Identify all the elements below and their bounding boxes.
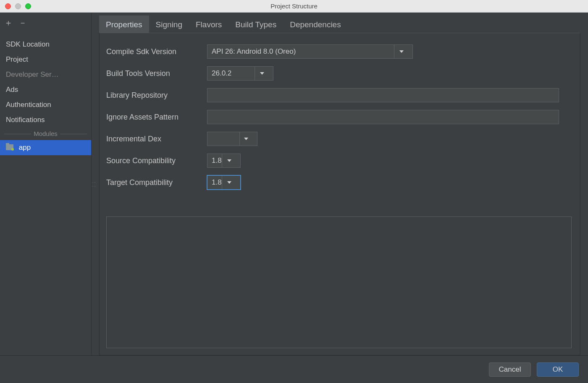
- label-incremental-dex: Incremental Dex: [106, 135, 207, 143]
- combo-target-compat[interactable]: 1.8: [207, 175, 241, 190]
- titlebar: Project Structure: [0, 0, 588, 13]
- row-target-compat: Target Compatibility 1.8: [106, 172, 572, 193]
- add-icon[interactable]: ＋: [4, 18, 13, 27]
- combo-value: 1.8: [212, 156, 222, 165]
- sidebar-section-modules: Modules: [0, 128, 91, 140]
- close-window-button[interactable]: [5, 3, 11, 9]
- cancel-button[interactable]: Cancel: [489, 362, 531, 377]
- remove-icon[interactable]: －: [18, 18, 27, 27]
- sidebar-item-notifications[interactable]: Notifications: [0, 112, 91, 128]
- sidebar-toolbar: ＋ －: [0, 17, 91, 33]
- tab-content: Compile Sdk Version API 26: Android 8.0 …: [99, 33, 580, 355]
- row-incremental-dex: Incremental Dex: [106, 128, 572, 150]
- sidebar-section-developer-services: Developer Ser…: [0, 67, 91, 82]
- tab-row: Properties Signing Flavors Build Types D…: [99, 13, 580, 33]
- traffic-lights: [5, 3, 31, 9]
- chevron-down-icon: [239, 132, 253, 146]
- zoom-window-button[interactable]: [25, 3, 31, 9]
- sidebar-list: SDK Location Project Developer Ser… Ads …: [0, 37, 91, 355]
- combo-value: API 26: Android 8.0 (Oreo): [212, 47, 394, 56]
- label-source-compat: Source Compatibility: [106, 156, 207, 165]
- sidebar-item-authentication[interactable]: Authentication: [0, 97, 91, 112]
- label-library-repo: Library Repository: [106, 91, 207, 100]
- main-area: ＋ － SDK Location Project Developer Ser… …: [0, 13, 588, 355]
- combo-value: 26.0.2: [212, 69, 255, 78]
- content: Properties Signing Flavors Build Types D…: [92, 13, 588, 355]
- tab-dependencies[interactable]: Dependencies: [283, 17, 347, 33]
- sidebar-item-ads[interactable]: Ads: [0, 82, 91, 97]
- label-compile-sdk: Compile Sdk Version: [106, 47, 207, 56]
- row-compile-sdk: Compile Sdk Version API 26: Android 8.0 …: [106, 41, 572, 63]
- combo-build-tools[interactable]: 26.0.2: [207, 66, 273, 81]
- sidebar-section-modules-label: Modules: [34, 129, 58, 139]
- row-ignore-assets: Ignore Assets Pattern: [106, 106, 572, 128]
- chevron-down-icon: [255, 67, 269, 80]
- input-library-repo[interactable]: [207, 88, 559, 102]
- module-folder-icon: [6, 144, 13, 150]
- tab-build-types[interactable]: Build Types: [228, 17, 283, 33]
- label-target-compat: Target Compatibility: [106, 178, 207, 187]
- chevron-down-icon: [394, 45, 408, 58]
- chevron-down-icon: [222, 154, 236, 167]
- combo-compile-sdk[interactable]: API 26: Android 8.0 (Oreo): [207, 44, 413, 59]
- label-build-tools: Build Tools Version: [106, 69, 207, 78]
- tab-signing[interactable]: Signing: [149, 17, 189, 33]
- chevron-down-icon: [222, 176, 236, 189]
- row-source-compat: Source Compatibility 1.8: [106, 150, 572, 172]
- description-area: [106, 216, 572, 348]
- label-ignore-assets: Ignore Assets Pattern: [106, 113, 207, 122]
- combo-incremental-dex[interactable]: [207, 132, 257, 146]
- sidebar-item-sdk-location[interactable]: SDK Location: [0, 37, 91, 52]
- splitter-handle[interactable]: ⋮⋮: [92, 180, 96, 188]
- tab-flavors[interactable]: Flavors: [189, 17, 228, 33]
- sidebar: ＋ － SDK Location Project Developer Ser… …: [0, 13, 92, 355]
- combo-value: 1.8: [212, 178, 222, 187]
- sidebar-item-app[interactable]: app: [0, 140, 91, 155]
- footer: Cancel OK: [0, 355, 588, 383]
- input-ignore-assets[interactable]: [207, 110, 559, 124]
- sidebar-item-project[interactable]: Project: [0, 52, 91, 67]
- combo-source-compat[interactable]: 1.8: [207, 154, 241, 168]
- tab-properties[interactable]: Properties: [99, 16, 149, 33]
- sidebar-item-label: app: [19, 143, 31, 151]
- ok-button[interactable]: OK: [537, 362, 579, 377]
- window-title: Project Structure: [0, 3, 588, 10]
- minimize-window-button[interactable]: [15, 3, 21, 9]
- row-library-repo: Library Repository: [106, 84, 572, 106]
- row-build-tools: Build Tools Version 26.0.2: [106, 63, 572, 84]
